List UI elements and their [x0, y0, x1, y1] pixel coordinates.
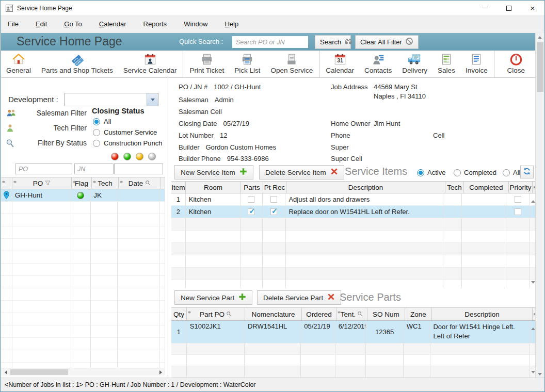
refresh-button[interactable]	[520, 166, 534, 178]
toolbar-print-ticket[interactable]: Print Ticket	[184, 51, 229, 77]
toolbar-calendar[interactable]: 31 Calendar	[320, 51, 359, 77]
scrollbar-thumb[interactable]	[10, 369, 68, 375]
item-parts[interactable]	[241, 193, 263, 205]
maximize-button[interactable]	[497, 1, 521, 15]
development-dropdown[interactable]	[65, 93, 158, 106]
magnifier-icon[interactable]	[357, 311, 363, 318]
extra-filter-input[interactable]	[114, 164, 163, 174]
empty-row	[1, 202, 165, 214]
magnifier-icon[interactable]	[145, 179, 151, 187]
scrollbar-thumb[interactable]	[537, 42, 543, 92]
service-item-row[interactable]: 2 Kitchen Replace door on W1541HL Left o…	[171, 206, 537, 218]
scroll-up-icon[interactable]	[531, 323, 535, 332]
menu-window[interactable]: Window	[184, 20, 207, 28]
service-item-row[interactable]: 1 Kitchen Adjust all dors and drawers	[171, 193, 537, 206]
quick-search-input[interactable]	[232, 36, 308, 48]
col-completed[interactable]: Completed	[464, 182, 509, 193]
delete-service-item-button[interactable]: Delete Service Item	[259, 165, 344, 179]
new-service-item-button[interactable]: New Service Item	[174, 165, 253, 179]
menu-reports[interactable]: Reports	[143, 20, 167, 28]
items-filter-active[interactable]: Active	[417, 169, 445, 176]
chevron-down-icon[interactable]	[147, 93, 158, 106]
po-filter-input[interactable]	[15, 164, 72, 174]
job-row[interactable]: GH-Hunt JK	[1, 189, 165, 202]
search-button[interactable]: Search	[315, 35, 351, 49]
menu-file[interactable]: File	[8, 20, 19, 28]
toolbar-sales[interactable]: Sales	[432, 51, 460, 77]
yellow-status-dot[interactable]	[136, 153, 143, 160]
jobs-col-po[interactable]: PO	[12, 177, 72, 189]
menu-edit[interactable]: Edit	[36, 20, 47, 28]
item-priority[interactable]	[506, 193, 530, 205]
filter-by-status[interactable]: Filter By Status	[32, 139, 87, 147]
toolbar-parts-and-shop-tickets[interactable]: Parts and Shop Tickets	[36, 51, 118, 77]
toolbar-close[interactable]: Close	[502, 51, 531, 77]
gray-status-dot[interactable]	[148, 153, 156, 160]
col-nomenclature[interactable]: Nomenclature	[245, 308, 302, 320]
menu-go-to[interactable]: Go To	[64, 20, 82, 28]
col-ordered[interactable]: Ordered	[302, 308, 336, 320]
toolbar-service-calendar[interactable]: Service Calendar	[118, 51, 182, 77]
jobs-col-flag[interactable]: Flag	[72, 177, 92, 189]
closing-status-customer-service[interactable]: Customer Service	[93, 128, 157, 136]
toolbar-contacts[interactable]: Contacts	[359, 51, 397, 77]
jn-filter-input[interactable]	[74, 164, 114, 174]
scroll-right-icon[interactable]	[157, 370, 164, 375]
col-so-num[interactable]: SO Num	[367, 308, 405, 320]
col-part-po[interactable]: Part PO	[187, 308, 245, 320]
menu-calendar[interactable]: Calendar	[99, 20, 126, 28]
jobs-col-date[interactable]: Date	[119, 177, 161, 189]
vertical-scrollbar[interactable]	[535, 33, 544, 379]
toolbar-delivery[interactable]: Delivery	[397, 51, 432, 77]
items-filter-all[interactable]: All	[503, 169, 520, 176]
item-pt-rec[interactable]	[263, 193, 286, 205]
toolbar-open-service[interactable]: Open Service	[265, 51, 318, 77]
col-qty[interactable]: Qty	[171, 308, 187, 320]
part-qty: 1	[171, 321, 187, 343]
funnel-icon[interactable]	[45, 179, 51, 187]
col-tent[interactable]: Tent.	[336, 308, 367, 320]
scroll-down-icon[interactable]	[531, 366, 535, 375]
col-tech[interactable]: Tech	[445, 182, 464, 193]
toolbar-pick-list[interactable]: Pick List	[229, 51, 265, 77]
red-status-dot[interactable]	[111, 153, 119, 160]
close-button[interactable]: ×	[521, 1, 544, 15]
col-item[interactable]: Item	[171, 182, 186, 193]
scroll-up-icon[interactable]	[536, 33, 544, 42]
horizontal-scrollbar[interactable]	[1, 368, 165, 375]
scroll-up-icon[interactable]	[531, 195, 535, 205]
jobs-col-extra[interactable]	[161, 177, 165, 189]
jobs-col-selector[interactable]	[1, 177, 12, 189]
col-priority[interactable]: Priority	[509, 182, 533, 193]
col-parts[interactable]: Parts	[241, 182, 263, 193]
scroll-down-icon[interactable]	[531, 276, 535, 286]
closing-status-all[interactable]: All	[93, 118, 111, 125]
minimize-button[interactable]	[473, 1, 497, 15]
toolbar-general[interactable]: General	[1, 51, 36, 77]
item-pt-rec[interactable]	[263, 206, 286, 218]
new-service-part-button[interactable]: New Service Part	[174, 290, 252, 305]
salesman-filter[interactable]: Salesman Filter	[32, 109, 87, 117]
toolbar-invoice[interactable]: Invoice	[460, 51, 493, 77]
tech-filter[interactable]: Tech Filter	[32, 124, 87, 132]
closing-status-construction-punch[interactable]: Construction Punch	[93, 139, 162, 147]
lot-number-label: Lot Number	[179, 132, 214, 139]
col-zone[interactable]: Zone	[405, 308, 432, 320]
empty-row	[171, 231, 537, 243]
col-description[interactable]: Description	[286, 182, 445, 193]
delete-service-part-button[interactable]: Delete Service Part	[257, 290, 341, 305]
service-part-row[interactable]: 1 S1002JK1 DRW1541HL 05/21/19 6/12/2019 …	[171, 321, 537, 344]
jobs-col-tech[interactable]: Tech	[92, 177, 119, 189]
col-pt-rec[interactable]: Pt Rec	[263, 182, 286, 193]
col-room[interactable]: Room	[186, 182, 241, 193]
col-description[interactable]: Description	[432, 308, 533, 320]
items-filter-completed[interactable]: Completed	[454, 169, 496, 176]
item-priority[interactable]	[506, 206, 530, 218]
toolbar: General Parts and Shop Tickets Service C…	[1, 51, 537, 78]
magnifier-icon[interactable]	[226, 311, 232, 318]
item-parts[interactable]	[241, 206, 263, 218]
menu-help[interactable]: Help	[225, 20, 238, 28]
green-status-dot[interactable]	[123, 153, 131, 160]
scroll-left-icon[interactable]	[2, 370, 9, 375]
clear-all-filter-button[interactable]: Clear All Filter	[355, 35, 419, 49]
